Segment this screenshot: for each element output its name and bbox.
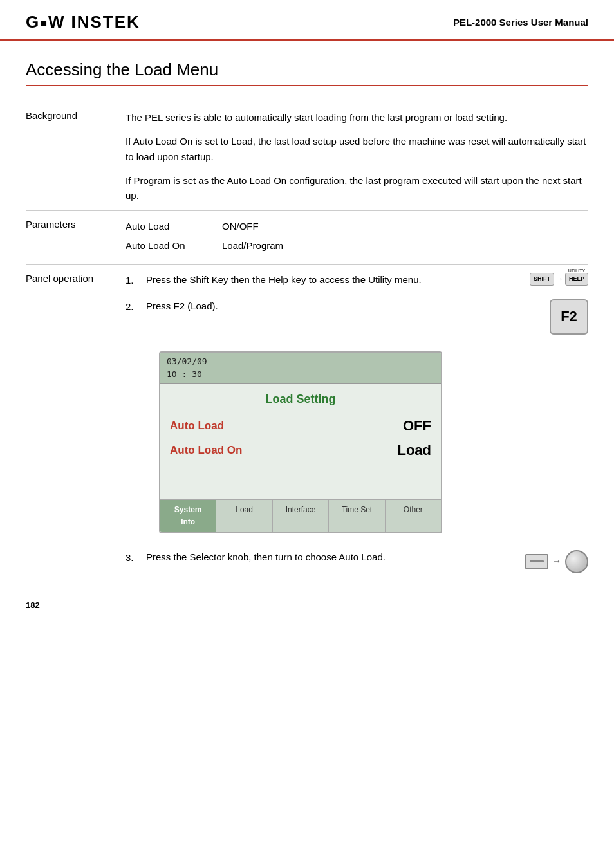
lcd-label-1: Auto Load bbox=[170, 418, 224, 434]
parameters-content: Auto Load ON/OFF Auto Load On Load/Progr… bbox=[126, 211, 588, 265]
panel-operation-content: 1. Press the Shift Key then the Help key… bbox=[126, 264, 588, 580]
lcd-title: Load Setting bbox=[170, 391, 431, 409]
selector-arrow-icon: → bbox=[552, 555, 561, 569]
lcd-tab-interface[interactable]: Interface bbox=[273, 500, 329, 531]
param-name-1: Auto Load bbox=[126, 219, 196, 234]
content-table: Background The PEL series is able to aut… bbox=[26, 102, 588, 581]
step-3-text: Press the Selector knob, then turn to ch… bbox=[146, 550, 506, 565]
shift-help-icon: SHIFT → UTILITY HELP bbox=[530, 273, 588, 286]
step-1-icon: SHIFT → UTILITY HELP bbox=[530, 273, 588, 286]
lcd-tab-other[interactable]: Other bbox=[386, 500, 441, 531]
step-2-text: Press F2 (Load). bbox=[146, 299, 524, 314]
help-key-label: HELP bbox=[569, 275, 584, 282]
page-header: G■W INSTEK PEL-2000 Series User Manual bbox=[0, 0, 614, 41]
lcd-tab-timeset-label: Time Set bbox=[342, 505, 373, 514]
background-content: The PEL series is able to automatically … bbox=[126, 102, 588, 211]
step-1-text: Press the Shift Key then the Help key to… bbox=[146, 273, 523, 288]
page-number: 182 bbox=[26, 600, 588, 610]
step-3-num: 3. bbox=[126, 550, 140, 565]
step-3-row: 3. Press the Selector knob, then turn to… bbox=[126, 550, 588, 573]
lcd-screen: 03/02/09 10 : 30 Load Setting Auto Load … bbox=[159, 351, 442, 533]
step-1-num: 1. bbox=[126, 273, 140, 288]
selector-rect bbox=[525, 554, 548, 569]
utility-label: UTILITY bbox=[568, 268, 585, 275]
section-heading: Accessing the Load Menu bbox=[26, 60, 588, 80]
lcd-tab-system-info[interactable]: SystemInfo bbox=[160, 500, 216, 531]
lcd-tab-other-label: Other bbox=[404, 505, 423, 514]
parameters-row: Parameters Auto Load ON/OFF Auto Load On… bbox=[26, 211, 588, 265]
background-para-2: If Auto Load On is set to Load, the last… bbox=[126, 134, 588, 164]
panel-operation-row: Panel operation 1. Press the Shift Key t… bbox=[26, 264, 588, 580]
param-value-1: ON/OFF bbox=[222, 219, 259, 234]
param-value-2: Load/Program bbox=[222, 238, 283, 253]
f2-button: F2 bbox=[550, 299, 588, 335]
param-row-1: Auto Load ON/OFF bbox=[126, 219, 588, 234]
lcd-tab-timeset[interactable]: Time Set bbox=[329, 500, 385, 531]
step-2-icon: F2 bbox=[530, 299, 588, 335]
lcd-empty-area bbox=[170, 464, 431, 496]
step-2-num: 2. bbox=[126, 299, 140, 314]
lcd-date: 03/02/09 bbox=[167, 355, 434, 368]
logo-instek: INSTEK bbox=[71, 12, 140, 32]
background-para-3: If Program is set as the Auto Load On co… bbox=[126, 173, 588, 203]
arrow-icon: → bbox=[556, 273, 563, 284]
heading-rule bbox=[26, 85, 588, 86]
step-2-row: 2. Press F2 (Load). F2 bbox=[126, 299, 588, 335]
panel-operation-label: Panel operation bbox=[26, 264, 126, 580]
lcd-value-1: OFF bbox=[403, 415, 431, 437]
param-row-2: Auto Load On Load/Program bbox=[126, 238, 588, 253]
page-content: Accessing the Load Menu Background The P… bbox=[0, 41, 614, 636]
panel-steps: 1. Press the Shift Key then the Help key… bbox=[126, 273, 588, 573]
lcd-time: 10 : 30 bbox=[167, 368, 434, 381]
background-para-1: The PEL series is able to automatically … bbox=[126, 110, 588, 125]
step-3-icon: → bbox=[512, 550, 588, 573]
param-name-2: Auto Load On bbox=[126, 238, 196, 253]
background-label: Background bbox=[26, 102, 126, 211]
lcd-top-bar: 03/02/09 10 : 30 bbox=[160, 353, 441, 384]
lcd-bottom-bar: SystemInfo Load Interface Time Set bbox=[160, 499, 441, 531]
background-row: Background The PEL series is able to aut… bbox=[26, 102, 588, 211]
selector-knob bbox=[565, 550, 588, 573]
company-logo: G■W INSTEK bbox=[26, 12, 140, 32]
selector-lines bbox=[530, 560, 544, 562]
lcd-value-2: Load bbox=[397, 439, 431, 461]
manual-title: PEL-2000 Series User Manual bbox=[453, 17, 588, 28]
logo-gw: G■W bbox=[26, 12, 65, 32]
lcd-row-1: Auto Load OFF bbox=[170, 415, 431, 437]
step-1-row: 1. Press the Shift Key then the Help key… bbox=[126, 273, 588, 288]
lcd-label-2: Auto Load On bbox=[170, 442, 242, 459]
lcd-tab-load[interactable]: Load bbox=[216, 500, 272, 531]
lcd-tab-load-label: Load bbox=[236, 505, 253, 514]
shift-key: SHIFT bbox=[530, 273, 554, 286]
lcd-row-2: Auto Load On Load bbox=[170, 439, 431, 461]
lcd-tab-interface-label: Interface bbox=[286, 505, 316, 514]
help-key: UTILITY HELP bbox=[565, 273, 588, 286]
shift-key-label: SHIFT bbox=[534, 275, 550, 282]
parameters-label: Parameters bbox=[26, 211, 126, 265]
selector-icon: → bbox=[525, 550, 588, 573]
lcd-tab-system-info-label: SystemInfo bbox=[174, 505, 202, 526]
lcd-container: 03/02/09 10 : 30 Load Setting Auto Load … bbox=[146, 346, 588, 539]
lcd-body: Load Setting Auto Load OFF Auto Load On … bbox=[160, 384, 441, 499]
